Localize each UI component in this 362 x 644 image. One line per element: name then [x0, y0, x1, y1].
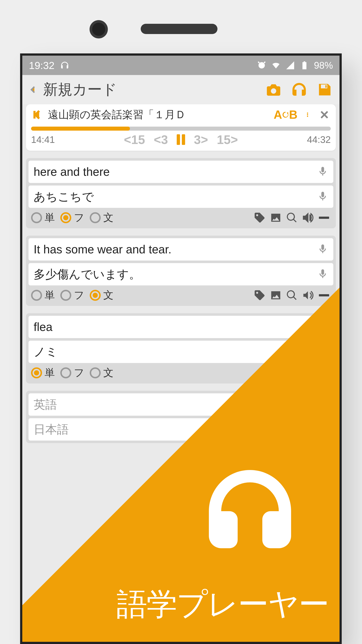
card-back-input[interactable]: [34, 422, 328, 436]
signal-icon: [285, 60, 295, 70]
audio-player: 遠山顕の英会話楽習「１月Ｄ A B 14:41 <15: [26, 104, 336, 151]
radio-fu[interactable]: [60, 212, 71, 223]
time-elapsed: 14:41: [31, 134, 55, 145]
search-button[interactable]: [285, 211, 299, 224]
svg-point-1: [307, 112, 308, 114]
ab-loop-button[interactable]: A B: [274, 108, 297, 122]
card-front-input[interactable]: [34, 242, 317, 256]
search-button[interactable]: [285, 288, 299, 302]
app-bar: 新規カード: [22, 75, 340, 104]
card-block: 単 フ 文: [26, 236, 336, 306]
mic-button[interactable]: [317, 191, 328, 202]
promo-caption: 語学プレーヤー: [117, 584, 329, 625]
card-front-input[interactable]: [34, 165, 317, 178]
svg-point-7: [273, 293, 274, 294]
card-front-input[interactable]: [34, 320, 328, 334]
card-back-input[interactable]: [34, 345, 328, 358]
card-toolbar: 単 フ 文: [28, 286, 333, 303]
progress-bar[interactable]: [31, 126, 331, 131]
mic-button[interactable]: [317, 268, 328, 280]
svg-point-6: [273, 216, 274, 217]
radio-fu[interactable]: [60, 367, 71, 378]
card-front-field[interactable]: [28, 238, 333, 260]
track-title: 遠山顕の英会話楽習「１月Ｄ: [48, 108, 270, 122]
radio-bun[interactable]: [90, 212, 101, 223]
page-title: 新規カード: [43, 80, 256, 100]
wifi-icon: [271, 60, 281, 70]
status-bar: 19:32 98%: [22, 56, 340, 75]
image-button[interactable]: [269, 211, 283, 224]
player-close-button[interactable]: [318, 110, 331, 120]
card-back-field[interactable]: [28, 263, 333, 286]
skip-back-15-button[interactable]: <15: [124, 132, 145, 147]
mic-button[interactable]: [317, 166, 328, 178]
radio-fu[interactable]: [60, 290, 71, 301]
player-menu-button[interactable]: [301, 109, 314, 120]
device-speaker-slot: [141, 24, 217, 34]
pause-button[interactable]: [177, 134, 185, 145]
skip-fwd-15-button[interactable]: 15>: [217, 132, 238, 147]
card-block: 単 フ 文: [26, 313, 336, 384]
card-front-input[interactable]: [34, 398, 328, 411]
back-button[interactable]: [29, 85, 38, 94]
radio-bun[interactable]: [90, 367, 101, 378]
card-toolbar: 単 フ 文: [28, 363, 333, 381]
player-prev-track-button[interactable]: [31, 110, 44, 120]
card-back-field[interactable]: [28, 186, 333, 208]
speaker-button[interactable]: [301, 211, 315, 224]
camera-button[interactable]: [265, 82, 282, 98]
card-block: 単 フ 文: [26, 158, 336, 228]
tag-button[interactable]: [253, 211, 266, 224]
battery-icon: [300, 60, 309, 70]
mic-button[interactable]: [317, 244, 328, 255]
card-back-input[interactable]: [34, 190, 317, 204]
content-area: 遠山顕の英会話楽習「１月Ｄ A B 14:41 <15: [22, 104, 340, 443]
card-front-field[interactable]: [28, 161, 333, 183]
progress-fill: [31, 126, 130, 131]
battery-percent: 98%: [314, 60, 333, 71]
speaker-button[interactable]: [301, 288, 315, 302]
phone-frame: 19:32 98% 新規カード: [20, 54, 342, 644]
card-back-field[interactable]: [28, 341, 333, 363]
status-time: 19:32: [29, 60, 54, 71]
tag-button[interactable]: [253, 288, 266, 302]
alarm-icon: [257, 60, 266, 70]
headphones-button[interactable]: [291, 82, 307, 98]
headphones-icon: [60, 60, 69, 70]
card-block-empty: [26, 391, 336, 443]
remove-card-button[interactable]: [317, 211, 331, 224]
card-front-field[interactable]: [28, 393, 333, 416]
svg-point-3: [307, 116, 308, 117]
svg-point-2: [307, 114, 308, 116]
skip-back-3-button[interactable]: <3: [154, 132, 168, 147]
radio-tan[interactable]: [31, 212, 42, 223]
card-back-input[interactable]: [34, 268, 317, 281]
remove-card-button[interactable]: [317, 288, 331, 302]
save-button[interactable]: [317, 82, 333, 98]
card-front-field[interactable]: [28, 316, 333, 338]
promo-headphones-icon: [201, 462, 299, 561]
radio-tan[interactable]: [31, 367, 42, 378]
card-back-field[interactable]: [28, 418, 333, 440]
radio-bun[interactable]: [90, 290, 101, 301]
device-camera-dot: [90, 20, 108, 38]
image-button[interactable]: [269, 288, 283, 302]
time-total: 44:32: [307, 134, 331, 145]
skip-fwd-3-button[interactable]: 3>: [194, 132, 208, 147]
radio-tan[interactable]: [31, 290, 42, 301]
card-toolbar: 単 フ 文: [28, 208, 333, 226]
